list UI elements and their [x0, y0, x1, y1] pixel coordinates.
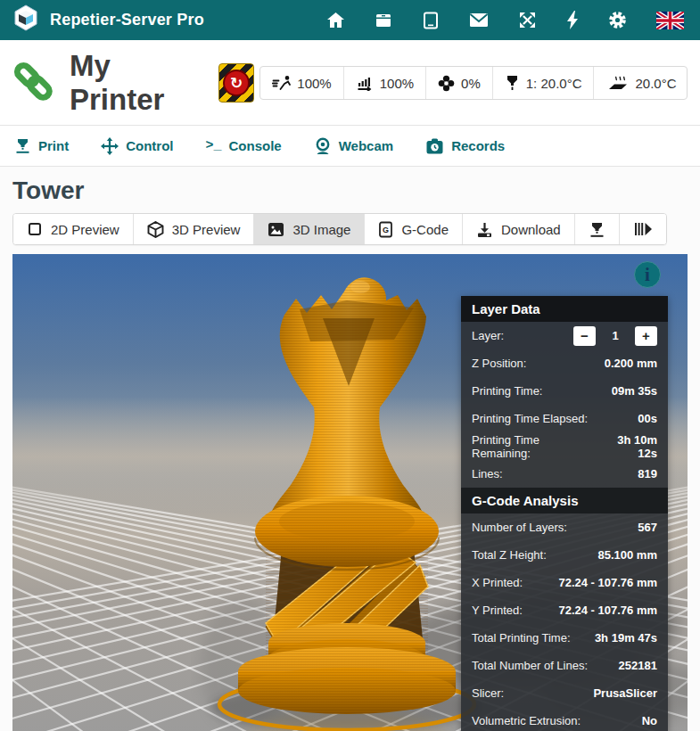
printer-title: My Printer: [70, 49, 201, 117]
slicer-row: Slicer: PrusaSlicer: [461, 679, 668, 707]
page-title: Tower: [12, 177, 688, 205]
app-logo-icon: [12, 4, 39, 36]
app-brand: Repetier-Server Pro: [12, 4, 204, 36]
fullscreen-icon[interactable]: [518, 11, 537, 29]
flow-value: 100%: [380, 76, 414, 91]
home-icon[interactable]: [326, 12, 345, 29]
emergency-stop-icon: ↻: [223, 70, 250, 96]
svg-text:G: G: [383, 226, 389, 234]
tab-records[interactable]: Records: [425, 138, 505, 154]
app-title: Repetier-Server Pro: [50, 11, 204, 29]
print-this-file-button[interactable]: [574, 214, 619, 244]
emergency-stop-button[interactable]: ↻: [218, 63, 254, 103]
total-printing-time-row: Total Printing Time: 3h 19m 47s: [461, 624, 668, 652]
power-actions-icon[interactable]: [566, 11, 579, 29]
printing-time-row: Printing Time: 09m 35s: [461, 377, 668, 405]
tab-webcam[interactable]: Webcam: [314, 137, 393, 155]
speed-icon: [272, 75, 291, 91]
printer-status-group: 100% 100% 0% 1: 20.0°C 20.0°C: [259, 66, 688, 100]
info-icon: i: [645, 264, 650, 286]
view-3d-preview-button[interactable]: 3D Preview: [133, 214, 254, 244]
total-z-height-row: Total Z Height: 85.100 mm: [461, 541, 668, 569]
view-mode-buttons: 2D Preview 3D Preview 3D Image G G-Code …: [12, 213, 667, 245]
y-printed-row: Y Printed: 72.24 - 107.76 mm: [461, 596, 668, 624]
flow-icon: [356, 75, 374, 91]
view-gcode-button[interactable]: G G-Code: [364, 214, 462, 244]
fan-value: 0%: [461, 76, 481, 91]
extruder-temp-button[interactable]: 1: 20.0°C: [492, 67, 594, 99]
layer-animation-button[interactable]: [619, 214, 666, 244]
print-queue-icon[interactable]: [375, 12, 392, 29]
settings-icon[interactable]: [608, 11, 627, 29]
tab-control[interactable]: Control: [101, 137, 173, 155]
volumetric-extrusion-row: Volumetric Extrusion: No: [461, 707, 668, 731]
gcode-analysis-title: G-Code Analysis: [461, 488, 668, 513]
printer-header: My Printer ↻ 100% 100% 0% 1: 20.0°C: [0, 40, 700, 126]
layer-value: 1: [605, 329, 626, 342]
top-navbar: Repetier-Server Pro: [0, 0, 700, 40]
fan-status-button[interactable]: 0%: [425, 67, 492, 99]
x-printed-row: X Printed: 72.24 - 107.76 mm: [461, 569, 668, 596]
heated-bed-icon: [605, 75, 629, 91]
extruder-icon: [505, 75, 520, 91]
speed-value: 100%: [297, 76, 331, 91]
printing-time-elapsed-row: Printing Time Elapsed: 00s: [461, 405, 668, 432]
layer-data-panel: Layer Data Layer: − 1 + Z Position: 0.20…: [461, 296, 668, 731]
tab-print[interactable]: Print: [14, 137, 69, 154]
lines-row: Lines: 819: [461, 460, 668, 488]
devices-icon[interactable]: [422, 12, 440, 29]
layer-increment-button[interactable]: +: [635, 326, 657, 346]
printer-tabs: Print Control >_ Console Webcam Records: [0, 126, 700, 167]
z-position-row: Z Position: 0.200 mm: [461, 349, 668, 377]
bed-temp-value: 20.0°C: [635, 76, 676, 91]
total-number-of-lines-row: Total Number of Lines: 252181: [461, 652, 668, 679]
speed-status-button[interactable]: 100%: [260, 67, 342, 99]
flow-status-button[interactable]: 100%: [343, 67, 425, 99]
printing-time-remaining-row: Printing Time Remaining: 3h 10m 12s: [461, 432, 668, 460]
language-flag-icon[interactable]: [656, 12, 684, 29]
view-3d-image-button[interactable]: 3D Image: [253, 214, 364, 244]
download-button[interactable]: Download: [462, 214, 574, 244]
layer-row: Layer: − 1 +: [461, 322, 668, 349]
connection-link-icon: [12, 61, 54, 105]
bed-temp-button[interactable]: 20.0°C: [593, 67, 688, 99]
tab-console[interactable]: >_ Console: [206, 138, 282, 153]
3d-viewport[interactable]: i Layer Data Layer: − 1 + Z Position: 0.…: [12, 254, 688, 731]
info-button[interactable]: i: [634, 261, 661, 288]
messages-icon[interactable]: [469, 12, 489, 28]
view-2d-preview-button[interactable]: 2D Preview: [13, 214, 133, 244]
extruder-temp-value: 1: 20.0°C: [526, 76, 582, 91]
fan-icon: [438, 75, 455, 92]
number-of-layers-row: Number of Layers: 567: [461, 513, 668, 541]
console-icon: >_: [206, 138, 222, 153]
layer-decrement-button[interactable]: −: [573, 326, 596, 346]
layer-data-title: Layer Data: [461, 296, 668, 322]
